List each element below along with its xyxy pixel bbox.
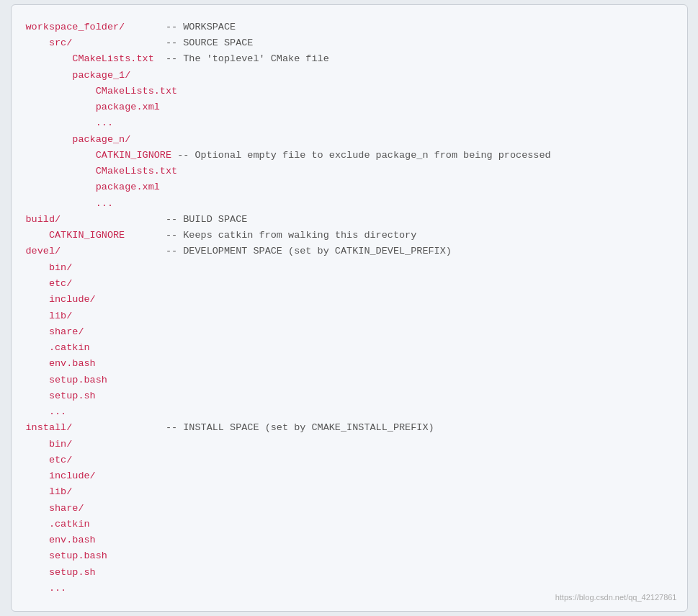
code-line: CMakeLists.txt — [26, 164, 670, 179]
code-line: setup.sh — [26, 388, 670, 404]
path-text: setup.sh — [26, 567, 96, 578]
code-line: bin/ — [26, 260, 670, 276]
path-text: package_1/ — [26, 70, 131, 81]
path-text: build/ — [26, 214, 61, 225]
path-text: devel/ — [26, 246, 61, 256]
path-text: package.xml — [26, 182, 160, 192]
code-line: include/ — [26, 468, 670, 484]
code-line: setup.bash — [26, 372, 670, 388]
path-text: package.xml — [26, 102, 160, 112]
code-line: devel/ -- DEVELOPMENT SPACE (set by CATK… — [26, 244, 670, 259]
path-text: install/ — [26, 422, 73, 433]
code-line: package_1/ — [26, 68, 670, 84]
code-line: build/ -- BUILD SPACE — [26, 212, 670, 228]
code-line: env.bash — [26, 356, 670, 372]
code-line: CATKIN_IGNORE -- Keeps catkin from walki… — [26, 228, 670, 244]
code-line: include/ — [26, 292, 670, 308]
code-line: lib/ — [26, 484, 670, 500]
path-text: CMakeLists.txt — [26, 166, 178, 177]
path-text: setup.sh — [26, 390, 96, 401]
path-text: workspace_folder/ — [26, 22, 125, 32]
path-text: share/ — [26, 326, 84, 337]
code-line: env.bash — [26, 532, 670, 548]
comment-text: -- Keeps catkin from walking this direct… — [125, 230, 416, 241]
code-line: lib/ — [26, 308, 670, 324]
code-line: CATKIN_IGNORE -- Optional empty file to … — [26, 148, 670, 164]
path-text: .catkin — [26, 342, 90, 353]
code-line: etc/ — [26, 276, 670, 292]
path-text: include/ — [26, 470, 96, 481]
code-line: ... — [26, 115, 670, 131]
path-text: lib/ — [26, 486, 73, 497]
path-text: bin/ — [26, 262, 73, 273]
path-text: .catkin — [26, 519, 90, 530]
code-line: workspace_folder/ -- WORKSPACE — [26, 19, 670, 35]
path-text: bin/ — [26, 439, 73, 450]
code-line: ... — [26, 404, 670, 420]
comment-text: -- INSTALL SPACE (set by CMAKE_INSTALL_P… — [72, 422, 434, 433]
comment-text: -- WORKSPACE — [125, 22, 236, 32]
path-text: env.bash — [26, 535, 96, 545]
code-line: share/ — [26, 501, 670, 517]
watermark: https://blog.csdn.net/qq_42127861 — [555, 591, 677, 604]
code-line: setup.sh — [26, 565, 670, 581]
code-line: share/ — [26, 324, 670, 340]
path-text: CATKIN_IGNORE — [26, 230, 125, 241]
path-text: ... — [26, 198, 114, 209]
code-line: package_n/ — [26, 132, 670, 148]
code-line: src/ -- SOURCE SPACE — [26, 35, 670, 51]
path-text: setup.bash — [26, 550, 107, 561]
comment-text: -- SOURCE SPACE — [72, 37, 253, 48]
code-block-container: workspace_folder/ -- WORKSPACE src/ -- S… — [11, 4, 688, 612]
comment-text: -- BUILD SPACE — [61, 214, 247, 225]
code-line: setup.bash — [26, 548, 670, 564]
code-line: ... — [26, 196, 670, 212]
path-text: CMakeLists.txt — [26, 86, 178, 97]
path-text: etc/ — [26, 278, 73, 289]
code-line: package.xml — [26, 99, 670, 115]
path-text: ... — [26, 406, 67, 417]
code-line: CMakeLists.txt — [26, 84, 670, 99]
path-text: ... — [26, 117, 114, 128]
code-line: package.xml — [26, 179, 670, 195]
path-text: setup.bash — [26, 375, 107, 385]
path-text: ... — [26, 583, 67, 594]
code-line: .catkin — [26, 517, 670, 532]
comment-text: -- Optional empty file to exclude packag… — [171, 150, 551, 161]
path-text: lib/ — [26, 311, 73, 321]
path-text: env.bash — [26, 358, 96, 369]
path-text: share/ — [26, 503, 84, 514]
path-text: include/ — [26, 294, 96, 305]
comment-text: -- The 'toplevel' CMake file — [154, 53, 329, 64]
path-text: CATKIN_IGNORE — [26, 150, 172, 161]
code-line: CMakeLists.txt -- The 'toplevel' CMake f… — [26, 51, 670, 67]
path-text: etc/ — [26, 455, 73, 465]
path-text: src/ — [26, 37, 73, 48]
path-text: package_n/ — [26, 134, 131, 145]
code-line: bin/ — [26, 437, 670, 452]
path-text: CMakeLists.txt — [26, 53, 154, 64]
code-line: .catkin — [26, 340, 670, 356]
comment-text: -- DEVELOPMENT SPACE (set by CATKIN_DEVE… — [61, 246, 452, 256]
code-line: etc/ — [26, 452, 670, 468]
code-content: workspace_folder/ -- WORKSPACE src/ -- S… — [26, 19, 670, 597]
code-line: install/ -- INSTALL SPACE (set by CMAKE_… — [26, 420, 670, 436]
